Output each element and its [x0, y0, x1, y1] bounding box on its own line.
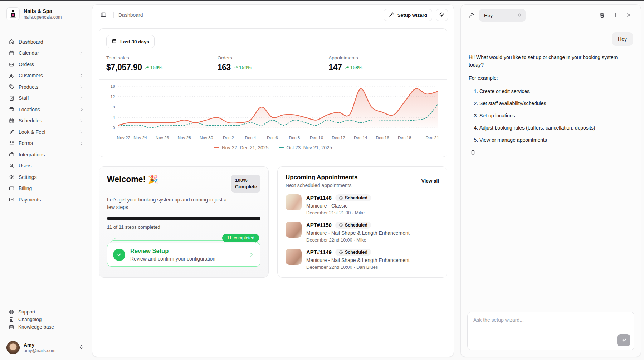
- svg-text:Dec 10: Dec 10: [310, 135, 323, 140]
- close-panel-button[interactable]: [624, 10, 634, 20]
- sidebar-item-users[interactable]: Users: [6, 161, 87, 171]
- svg-text:Dec 21: Dec 21: [426, 135, 439, 140]
- setup-steps-stack: 11completed Review Setup Review and conf…: [107, 243, 260, 267]
- sidebar-item-staff[interactable]: Staff: [6, 93, 87, 103]
- sidebar-item-knowledge-base[interactable]: Knowledge base: [6, 323, 87, 331]
- sidebar-footer: SupportChangelogKnowledge base Amy amy@n…: [6, 308, 87, 355]
- welcome-card: Welcome! 🎉 100% Complete Let's get your …: [99, 166, 269, 278]
- assistant-example-item: Set up locations: [479, 112, 633, 120]
- svg-text:Nov 24: Nov 24: [133, 135, 147, 140]
- sidebar-item-orders[interactable]: Orders: [6, 59, 87, 69]
- main-panel: Dashboard Setup wizard Last 30 days Tota…: [92, 4, 454, 357]
- sidebar-item-label: Knowledge base: [18, 324, 54, 330]
- sidebar: Nails & Spa nails.opencals.com Dashboard…: [0, 1, 92, 360]
- svg-text:4: 4: [113, 115, 115, 120]
- sidebar-item-label: Staff: [19, 95, 75, 101]
- sidebar-item-calendar[interactable]: Calendar: [6, 48, 87, 58]
- id-card-icon: [9, 95, 15, 101]
- sidebar-item-label: Products: [19, 84, 75, 90]
- assistant-greeting: Hi! What would you like to set up or cha…: [469, 54, 633, 69]
- chevron-right-icon: [79, 107, 84, 112]
- workspace-switcher[interactable]: Nails & Spa nails.opencals.com: [6, 7, 87, 20]
- user-menu[interactable]: Amy amy@nails.com: [6, 340, 87, 355]
- svg-text:Nov 26: Nov 26: [156, 135, 169, 140]
- stat-delta: 158%: [345, 65, 363, 70]
- stat-orders: Orders163159%: [218, 55, 329, 72]
- home-icon: [9, 39, 15, 45]
- stat-label: Total sales: [106, 55, 218, 60]
- welcome-subtitle: Let's get your booking system up and run…: [107, 196, 232, 211]
- sidebar-footer-items: SupportChangelogKnowledge base: [6, 308, 87, 331]
- svg-text:Dec 16: Dec 16: [376, 135, 389, 140]
- svg-text:Nov 22: Nov 22: [117, 135, 130, 140]
- copy-message-button[interactable]: [469, 149, 477, 157]
- appointment-row[interactable]: APT#1149ScheduledManicure - Nail Shape &…: [286, 249, 439, 270]
- svg-text:12: 12: [110, 94, 115, 99]
- chevron-right-icon: [79, 118, 84, 123]
- sidebar-item-customers[interactable]: Customers: [6, 71, 87, 81]
- sidebar-item-label: Payments: [19, 197, 84, 203]
- appointment-thumbnail: [286, 222, 302, 238]
- life-buoy-icon: [9, 309, 14, 315]
- chevrons-up-down-icon: [79, 344, 84, 351]
- setup-wizard-button[interactable]: Setup wizard: [384, 9, 432, 21]
- new-conversation-button[interactable]: [610, 10, 620, 20]
- legend-swatch: [214, 147, 219, 148]
- file-clock-icon: [9, 317, 14, 322]
- svg-text:Nov 30: Nov 30: [200, 135, 213, 140]
- sidebar-item-products[interactable]: Products: [6, 82, 87, 92]
- sidebar-item-label: Users: [19, 163, 84, 169]
- status-badge: Scheduled: [335, 249, 371, 256]
- sidebar-item-billing[interactable]: Billing: [6, 184, 87, 194]
- assistant-example-item: View or manage appointments: [479, 136, 633, 144]
- sidebar-item-dashboard[interactable]: Dashboard: [6, 37, 87, 47]
- assistant-example-item: Adjust booking rules (buffers, cancellat…: [479, 124, 633, 132]
- chat-input[interactable]: [468, 312, 634, 350]
- legend-item: Oct 23–Nov 21, 2025: [279, 145, 332, 150]
- clock-icon: [339, 250, 343, 254]
- user-email: amy@nails.com: [24, 348, 75, 353]
- date-range-button[interactable]: Last 30 days: [106, 35, 155, 48]
- sidebar-item-locations[interactable]: Locations: [6, 104, 87, 115]
- svg-text:Dec 14: Dec 14: [354, 135, 367, 140]
- appointments-title: Upcoming Appointments: [286, 174, 357, 181]
- sidebar-item-label: Calendar: [19, 50, 75, 56]
- stat-delta: 159%: [145, 65, 163, 70]
- chevron-right-icon: [79, 130, 84, 134]
- view-all-link[interactable]: View all: [421, 178, 439, 184]
- conversation-select[interactable]: Hey: [479, 9, 526, 22]
- appointments-subtitle: Next scheduled appointments: [286, 183, 357, 188]
- assistant-examples-intro: For example:: [469, 74, 633, 82]
- send-button[interactable]: [617, 334, 630, 346]
- theme-toggle-button[interactable]: [436, 9, 448, 21]
- appointment-row[interactable]: APT#1150ScheduledManicure - Nail Shape &…: [286, 222, 439, 243]
- panel-left-icon: [100, 11, 107, 19]
- breadcrumb: Dashboard: [118, 12, 143, 18]
- sidebar-item-settings[interactable]: Settings: [6, 172, 87, 182]
- appointment-datetime: December 22nd 10:00 · Mike: [306, 237, 410, 243]
- paintbrush-icon: [9, 129, 15, 135]
- appointment-service: Manicure - Classic: [306, 203, 371, 209]
- stat-delta: 159%: [233, 65, 252, 70]
- chevron-right-icon: [79, 141, 84, 146]
- sidebar-item-forms[interactable]: Forms: [6, 138, 87, 149]
- appointment-row[interactable]: APT#1148ScheduledManicure - ClassicDecem…: [286, 194, 439, 215]
- delete-conversation-button[interactable]: [597, 10, 607, 20]
- wand-icon: [468, 12, 474, 19]
- chart-legend: Nov 22–Dec 21, 2025Oct 23–Nov 21, 2025: [106, 145, 440, 152]
- trending-up-icon: [145, 65, 150, 70]
- sidebar-item-payments[interactable]: Payments: [6, 195, 87, 205]
- appointment-service: Manicure - Nail Shape & Length Enhanceme…: [306, 257, 410, 263]
- sidebar-item-support[interactable]: Support: [6, 308, 87, 316]
- review-setup-step[interactable]: Review Setup Review and confirm your con…: [107, 243, 260, 267]
- chevron-right-icon: [79, 96, 84, 101]
- svg-text:0: 0: [113, 125, 115, 130]
- sidebar-toggle-button[interactable]: [98, 10, 109, 20]
- sidebar-item-label: Support: [18, 309, 35, 315]
- sidebar-item-look-feel[interactable]: Look & Feel: [6, 127, 87, 137]
- calendar-clock-icon: [9, 118, 15, 124]
- tag-icon: [9, 84, 15, 90]
- sidebar-item-schedules[interactable]: Schedules: [6, 116, 87, 126]
- sidebar-item-changelog[interactable]: Changelog: [6, 316, 87, 323]
- sidebar-item-integrations[interactable]: Integrations: [6, 150, 87, 160]
